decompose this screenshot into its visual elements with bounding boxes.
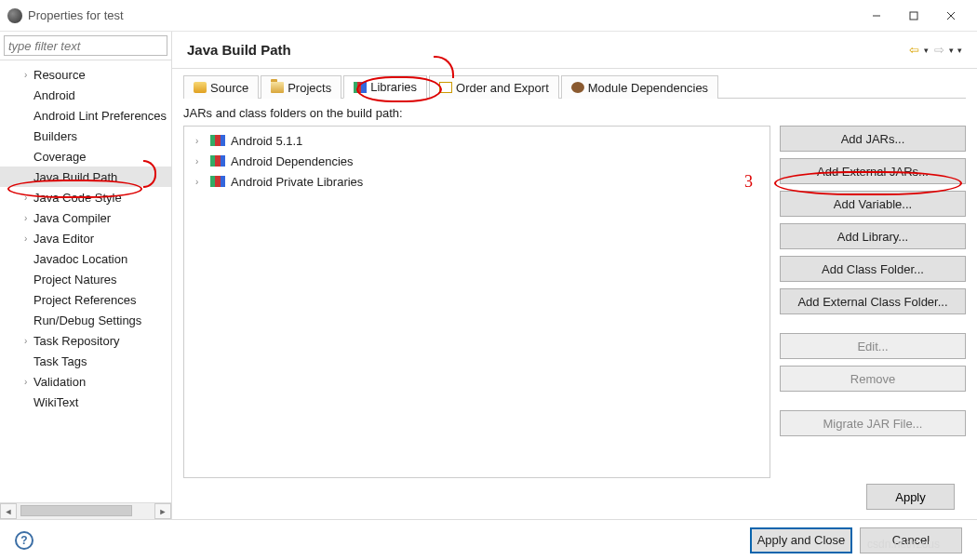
sidebar-item-label: Java Compiler <box>33 211 111 225</box>
sidebar-item-label: Validation <box>33 375 86 389</box>
filter-input[interactable] <box>4 35 167 56</box>
list-description: JARs and class folders on the build path… <box>183 106 966 120</box>
sidebar: ›Resource Android Android Lint Preferenc… <box>0 32 172 519</box>
page-title: Java Build Path <box>187 42 907 58</box>
sidebar-item-label: Android <box>33 88 75 102</box>
library-icon <box>210 155 225 167</box>
scroll-left-button[interactable]: ◄ <box>0 503 17 519</box>
category-tree[interactable]: ›Resource Android Android Lint Preferenc… <box>0 60 171 502</box>
nav-forward-icon[interactable]: ⇨ <box>932 44 945 57</box>
sidebar-item-label: Task Repository <box>33 334 119 348</box>
library-label: Android Dependencies <box>231 154 354 168</box>
sidebar-item-label: Coverage <box>33 150 86 164</box>
sidebar-hscrollbar[interactable]: ◄ ► <box>0 502 171 519</box>
add-variable-button[interactable]: Add Variable... <box>780 191 966 217</box>
svg-rect-0 <box>910 12 917 20</box>
sidebar-item-wikitext[interactable]: WikiText <box>0 392 171 412</box>
library-item[interactable]: ›Android Dependencies <box>188 151 766 171</box>
sidebar-item-java-code-style[interactable]: ›Java Code Style <box>0 187 171 207</box>
sidebar-item-java-compiler[interactable]: ›Java Compiler <box>0 207 171 228</box>
tab-order-export[interactable]: Order and Export <box>429 75 559 99</box>
sidebar-item-java-editor[interactable]: ›Java Editor <box>0 228 171 248</box>
sidebar-item-label: Java Code Style <box>33 191 122 205</box>
sidebar-item-javadoc-location[interactable]: Javadoc Location <box>0 248 171 269</box>
library-label: Android Private Libraries <box>231 175 363 189</box>
nav-back-icon[interactable]: ⇦ <box>907 44 920 57</box>
minimize-button[interactable] <box>858 3 895 29</box>
titlebar: Properties for test <box>0 0 977 32</box>
sidebar-item-android-lint[interactable]: Android Lint Preferences <box>0 105 171 126</box>
sidebar-item-label: Run/Debug Settings <box>33 313 141 327</box>
apply-button[interactable]: Apply <box>866 484 955 510</box>
sidebar-item-label: Java Editor <box>33 232 94 246</box>
order-icon <box>439 82 452 93</box>
scroll-right-button[interactable]: ► <box>154 503 171 519</box>
sidebar-item-validation[interactable]: ›Validation <box>0 371 171 392</box>
add-class-folder-button[interactable]: Add Class Folder... <box>780 256 966 282</box>
window-title: Properties for test <box>28 8 858 22</box>
library-item[interactable]: ›Android 5.1.1 <box>188 130 766 151</box>
add-external-class-folder-button[interactable]: Add External Class Folder... <box>780 288 966 314</box>
dialog-footer: ? Apply and Close Cancel csdn.net/rzous <box>0 519 977 560</box>
tab-label: Source <box>210 81 248 95</box>
library-item[interactable]: ›Android Private Libraries <box>188 171 766 192</box>
sidebar-item-coverage[interactable]: Coverage <box>0 146 171 167</box>
sidebar-item-run-debug[interactable]: Run/Debug Settings <box>0 310 171 330</box>
library-icon <box>210 135 225 146</box>
sidebar-item-label: Javadoc Location <box>33 252 127 266</box>
apply-close-button[interactable]: Apply and Close <box>750 527 852 553</box>
sidebar-item-task-repository[interactable]: ›Task Repository <box>0 330 171 351</box>
edit-button[interactable]: Edit... <box>780 333 966 359</box>
tabbar: Source Projects Libraries Order and Expo… <box>172 69 977 98</box>
library-icon <box>210 176 225 187</box>
sidebar-item-label: Android Lint Preferences <box>33 109 167 123</box>
add-external-jars-button[interactable]: Add External JARs... <box>780 158 966 184</box>
sidebar-item-label: Resource <box>33 68 86 82</box>
sidebar-item-label: Java Build Path <box>33 170 117 184</box>
module-icon <box>571 82 584 93</box>
sidebar-item-label: Project Natures <box>33 273 117 287</box>
sidebar-item-resource[interactable]: ›Resource <box>0 64 171 85</box>
sidebar-item-label: Builders <box>33 129 77 143</box>
sidebar-item-task-tags[interactable]: Task Tags <box>0 351 171 371</box>
add-library-button[interactable]: Add Library... <box>780 223 966 249</box>
tab-libraries[interactable]: Libraries <box>343 75 427 99</box>
sidebar-item-java-build-path[interactable]: Java Build Path <box>0 167 171 187</box>
libraries-list[interactable]: ›Android 5.1.1 ›Android Dependencies ›An… <box>183 126 770 478</box>
books-icon <box>354 82 367 93</box>
sidebar-item-builders[interactable]: Builders <box>0 126 171 146</box>
maximize-button[interactable] <box>895 3 932 29</box>
add-jars-button[interactable]: Add JARs... <box>780 126 966 152</box>
scroll-thumb[interactable] <box>20 505 132 516</box>
annotation-mark-3: 3 <box>744 172 753 192</box>
page-header: Java Build Path ⇦▾ ⇨▾ ▾ <box>172 32 977 69</box>
sidebar-item-project-references[interactable]: Project References <box>0 289 171 310</box>
nav-forward-menu[interactable]: ▾ <box>949 46 954 55</box>
folder-icon <box>271 82 284 93</box>
library-label: Android 5.1.1 <box>231 134 302 148</box>
remove-button[interactable]: Remove <box>780 366 966 392</box>
tab-projects[interactable]: Projects <box>261 75 341 99</box>
app-icon <box>7 8 22 23</box>
source-icon <box>194 82 207 93</box>
sidebar-item-android[interactable]: Android <box>0 85 171 105</box>
sidebar-item-label: Project References <box>33 293 137 307</box>
tab-label: Libraries <box>370 80 417 94</box>
sidebar-item-label: Task Tags <box>33 354 87 368</box>
nav-back-menu[interactable]: ▾ <box>924 46 929 55</box>
help-icon[interactable]: ? <box>15 531 33 550</box>
tab-source[interactable]: Source <box>183 75 259 99</box>
close-button[interactable] <box>932 3 970 29</box>
tab-label: Module Dependencies <box>588 81 708 95</box>
cancel-button[interactable]: Cancel <box>860 527 962 553</box>
sidebar-item-project-natures[interactable]: Project Natures <box>0 269 171 289</box>
tab-label: Projects <box>288 81 331 95</box>
sidebar-item-label: WikiText <box>33 395 78 409</box>
migrate-jar-button[interactable]: Migrate JAR File... <box>780 410 966 436</box>
tab-label: Order and Export <box>456 81 549 95</box>
view-menu[interactable]: ▾ <box>957 46 962 55</box>
tab-module-deps[interactable]: Module Dependencies <box>561 75 718 99</box>
